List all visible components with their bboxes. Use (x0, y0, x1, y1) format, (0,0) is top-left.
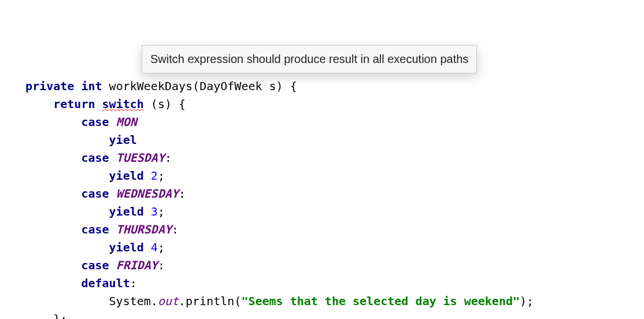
colon: : (158, 258, 165, 272)
println-call: .println( (179, 294, 241, 308)
line-8: yield 3; (12, 205, 165, 218)
error-tooltip[interactable]: Switch expression should produce result … (142, 45, 477, 73)
enum-wednesday: WEDNESDAY (116, 187, 179, 201)
line-5: case TUESDAY: (12, 151, 172, 165)
colon: : (179, 187, 186, 201)
enum-thursday: THURSDAY (116, 222, 172, 236)
colon: : (172, 222, 179, 236)
keyword-yield-cut: yiel (109, 133, 137, 147)
switch-close: }; (53, 312, 67, 319)
keyword-case: case (81, 258, 109, 272)
keyword-private: private (25, 79, 74, 93)
line-2: return switch (s) { (12, 97, 186, 111)
keyword-yield: yield (109, 169, 144, 183)
keyword-case: case (81, 115, 109, 129)
line-10: yield 4; (12, 240, 165, 254)
keyword-yield: yield (109, 240, 144, 254)
line-3: case MON (12, 115, 137, 129)
enum-monday: MON (116, 115, 137, 129)
switch-tail: (s) { (144, 97, 186, 111)
field-out: out (158, 294, 179, 308)
keyword-case: case (81, 151, 109, 165)
number-2: 2 (151, 169, 158, 183)
colon: : (130, 276, 137, 290)
line-12: default: (12, 276, 137, 290)
number-3: 3 (151, 205, 158, 218)
line-13: System.out.println("Seems that the selec… (12, 294, 534, 308)
line-11: case FRIDAY: (12, 258, 165, 272)
system-prefix: System. (109, 294, 158, 308)
semicolon: ; (158, 169, 165, 183)
line-6: yield 2; (12, 169, 165, 183)
keyword-int: int (81, 79, 102, 93)
keyword-yield: yield (109, 205, 144, 218)
line-7: case WEDNESDAY: (12, 187, 186, 201)
colon: : (165, 151, 172, 165)
keyword-return: return (53, 97, 95, 111)
line-4: yiel (12, 133, 137, 147)
keyword-switch-error[interactable]: switch (102, 97, 144, 111)
code-block[interactable]: private int workWeekDays(DayOfWeek s) { … (12, 77, 632, 319)
string-literal: "Seems that the selected day is weekend" (241, 294, 520, 308)
semicolon: ; (158, 205, 165, 218)
error-tooltip-text: Switch expression should produce result … (150, 53, 468, 65)
keyword-case: case (81, 222, 109, 236)
keyword-default: default (81, 276, 129, 290)
line-14: }; (12, 312, 67, 319)
semicolon: ; (158, 240, 165, 254)
number-4: 4 (151, 240, 158, 254)
enum-tuesday: TUESDAY (116, 151, 165, 165)
line-9: case THURSDAY: (12, 222, 179, 236)
call-close: ); (520, 294, 534, 308)
enum-friday: FRIDAY (116, 258, 158, 272)
line-1: private int workWeekDays(DayOfWeek s) { (12, 79, 297, 93)
keyword-case: case (81, 187, 109, 201)
method-signature: workWeekDays(DayOfWeek s) { (102, 79, 297, 93)
